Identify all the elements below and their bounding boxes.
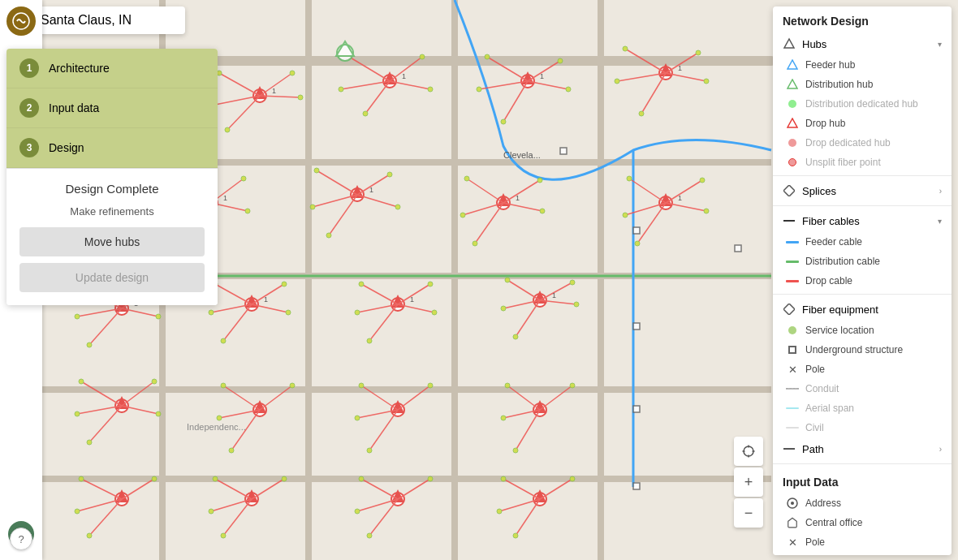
svg-point-187 [87, 440, 92, 445]
legend-drop-dedicated-hub[interactable]: Drop dedicated hub [773, 133, 952, 153]
svg-point-165 [432, 310, 437, 315]
legend-drop-hub[interactable]: Drop hub [773, 114, 952, 133]
svg-rect-264 [735, 245, 741, 252]
help-button[interactable]: ? [10, 528, 32, 550]
legend-central-office[interactable]: Central office [773, 513, 952, 532]
legend-section-splices[interactable]: Splices › [773, 179, 952, 202]
svg-point-68 [696, 50, 701, 55]
svg-point-309 [744, 446, 753, 456]
svg-point-246 [359, 476, 364, 481]
svg-point-308 [791, 502, 794, 505]
legend-feeder-hub[interactable]: Feeder hub [773, 55, 952, 75]
legend-section-fiber-equipment[interactable]: Fiber equipment [773, 298, 952, 321]
underground-structure-label: Underground structure [805, 344, 903, 355]
legend-section-path[interactable]: Path › [773, 437, 952, 460]
legend-section-fiber-cables[interactable]: Fiber cables ▾ [773, 209, 952, 232]
legend-conduit[interactable]: Conduit [773, 379, 952, 398]
workflow-step-2[interactable]: 2 Input data [6, 88, 218, 128]
svg-point-56 [558, 58, 563, 63]
legend-civil[interactable]: Civil [773, 418, 952, 437]
zoom-in-button[interactable]: + [734, 467, 763, 497]
workflow-step-3[interactable]: 3 Design [6, 128, 218, 168]
svg-point-208 [367, 448, 372, 453]
legend-drop-cable[interactable]: Drop cable [773, 271, 952, 291]
svg-point-239 [282, 476, 287, 481]
drop-hub-label: Drop hub [805, 118, 845, 129]
svg-point-101 [314, 168, 319, 173]
legend-underground-structure[interactable]: Underground structure [773, 340, 952, 360]
legend-distribution-cable[interactable]: Distribution cable [773, 252, 952, 271]
svg-point-69 [704, 79, 709, 84]
svg-point-198 [229, 448, 234, 453]
design-complete-title: Design Complete [19, 182, 205, 196]
svg-marker-303 [783, 185, 795, 196]
legend-section-hubs[interactable]: Hubs ▾ [773, 32, 952, 55]
svg-point-93 [245, 209, 250, 213]
step-2-label: Input data [49, 101, 99, 114]
civil-label: Civil [805, 422, 824, 433]
drop-dedicated-icon [786, 136, 799, 149]
aerial-span-label: Aerial span [805, 403, 854, 414]
underground-structure-icon [786, 343, 799, 356]
legend-distribution-dedicated-hub[interactable]: Distribution dedicated hub [773, 94, 952, 114]
workflow-step-1[interactable]: 1 Architecture [6, 49, 218, 88]
map-controls: + − [734, 437, 763, 528]
svg-point-163 [367, 338, 372, 343]
svg-point-42 [339, 87, 343, 92]
legend-aerial-span-input[interactable]: Aerial span [773, 552, 952, 555]
svg-point-55 [501, 119, 506, 124]
step-2-number: 2 [19, 98, 39, 118]
svg-point-153 [286, 310, 291, 315]
svg-point-188 [152, 379, 157, 384]
svg-point-238 [221, 533, 226, 538]
legend-feeder-cable[interactable]: Feeder cable [773, 232, 952, 252]
svg-point-228 [87, 533, 92, 538]
svg-point-260 [337, 45, 353, 61]
distribution-hub-label: Distribution hub [805, 79, 873, 90]
locate-button[interactable] [734, 437, 763, 466]
svg-rect-265 [633, 227, 640, 234]
svg-point-43 [363, 111, 368, 116]
app-logo[interactable] [6, 6, 36, 36]
svg-point-219 [570, 383, 575, 388]
divider-3 [773, 294, 952, 295]
svg-point-164 [428, 282, 433, 286]
fiber-cables-icon [783, 214, 796, 227]
svg-point-189 [156, 411, 161, 416]
fiber-cables-label: Fiber cables [802, 215, 860, 227]
svg-text:1: 1 [223, 194, 227, 202]
svg-point-44 [420, 54, 425, 59]
input-data-title: Input Data [773, 467, 952, 493]
legend-unsplit-fiber[interactable]: Unsplit fiber point [773, 153, 952, 172]
splices-icon [783, 184, 796, 197]
svg-point-126 [623, 213, 628, 218]
svg-text:1: 1 [552, 291, 556, 299]
legend-aerial-span[interactable]: Aerial span [773, 398, 952, 418]
drop-dedicated-label: Drop dedicated hub [805, 137, 891, 149]
svg-text:1: 1 [516, 194, 520, 202]
legend-pole[interactable]: ✕ Pole [773, 360, 952, 379]
path-label: Path [802, 443, 824, 455]
legend-pole-input[interactable]: ✕ Pole [773, 532, 952, 552]
legend-distribution-hub[interactable]: Distribution hub [773, 75, 952, 94]
move-hubs-button[interactable]: Move hubs [19, 227, 205, 256]
dist-dedicated-icon [786, 97, 799, 110]
unsplit-fiber-icon [786, 156, 799, 169]
feeder-cable-icon [786, 235, 799, 248]
drop-cable-label: Drop cable [805, 275, 852, 286]
svg-point-218 [513, 448, 518, 453]
pole-input-icon: ✕ [786, 536, 799, 549]
zoom-out-button[interactable]: − [734, 498, 763, 528]
svg-point-226 [79, 476, 84, 481]
update-design-button[interactable]: Update design [19, 263, 205, 292]
svg-point-152 [282, 282, 287, 286]
svg-point-248 [367, 533, 372, 538]
drop-cable-icon [786, 274, 799, 287]
svg-point-237 [209, 509, 214, 514]
path-chevron: › [939, 445, 942, 454]
legend-address[interactable]: Address [773, 493, 952, 513]
aerial-span-icon [786, 402, 799, 415]
svg-point-161 [359, 282, 364, 286]
legend-service-location[interactable]: Service location [773, 321, 952, 340]
svg-point-53 [485, 54, 490, 59]
